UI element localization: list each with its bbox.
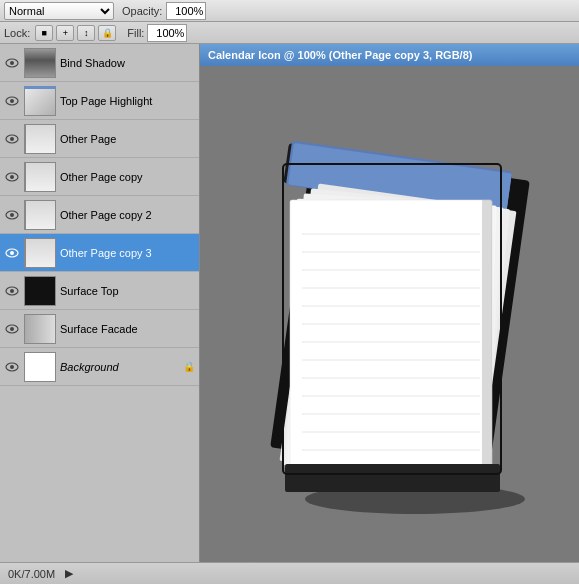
status-arrow[interactable]: ▶ <box>63 568 75 580</box>
svg-rect-27 <box>290 200 492 472</box>
fill-label: Fill: <box>127 27 144 39</box>
layer-item-surface-facade[interactable]: Surface Facade <box>0 310 199 348</box>
layer-item-other-page-copy[interactable]: Other Page copy <box>0 158 199 196</box>
layer-thumb-surface-facade <box>24 314 56 344</box>
layer-item-other-page-copy-3[interactable]: Other Page copy 3 <box>0 234 199 272</box>
layer-name-bind-shadow: Bind Shadow <box>60 57 195 69</box>
layer-thumb-surface-top <box>24 276 56 306</box>
lock-label: Lock: <box>4 27 30 39</box>
visibility-icon-top-page-highlight[interactable] <box>4 93 20 109</box>
canvas-content[interactable] <box>200 66 579 562</box>
svg-point-17 <box>10 365 14 369</box>
svg-point-1 <box>10 61 14 65</box>
svg-point-11 <box>10 251 14 255</box>
lock-position-button[interactable]: + <box>56 25 74 41</box>
layer-name-surface-top: Surface Top <box>60 285 195 297</box>
layer-item-other-page-copy-2[interactable]: Other Page copy 2 <box>0 196 199 234</box>
opacity-input[interactable] <box>166 2 206 20</box>
layer-name-other-page-copy-2: Other Page copy 2 <box>60 209 195 221</box>
layers-panel: Bind ShadowTop Page HighlightOther PageO… <box>0 44 200 562</box>
visibility-icon-other-page-copy[interactable] <box>4 169 20 185</box>
svg-rect-41 <box>482 200 492 472</box>
layer-thumb-other-page <box>24 124 56 154</box>
layer-item-other-page[interactable]: Other Page <box>0 120 199 158</box>
visibility-icon-other-page-copy-2[interactable] <box>4 207 20 223</box>
canvas-illustration <box>230 104 550 524</box>
canvas-title-bar: Calendar Icon @ 100% (Other Page copy 3,… <box>200 44 579 66</box>
lock-icon-background: 🔒 <box>183 361 195 372</box>
top-toolbar: Normal Opacity: <box>0 0 579 22</box>
opacity-label: Opacity: <box>122 5 162 17</box>
visibility-icon-surface-top[interactable] <box>4 283 20 299</box>
svg-rect-46 <box>285 464 500 492</box>
visibility-icon-bind-shadow[interactable] <box>4 55 20 71</box>
lock-pixels-button[interactable]: ■ <box>35 25 53 41</box>
layer-name-surface-facade: Surface Facade <box>60 323 195 335</box>
svg-point-5 <box>10 137 14 141</box>
layer-thumb-top-page-highlight <box>24 86 56 116</box>
lock-move-button[interactable]: ↕ <box>77 25 95 41</box>
layer-name-other-page-copy-3: Other Page copy 3 <box>60 247 195 259</box>
layer-name-other-page-copy: Other Page copy <box>60 171 195 183</box>
layer-thumb-other-page-copy-3 <box>24 238 56 268</box>
canvas-title: Calendar Icon @ 100% (Other Page copy 3,… <box>208 49 472 61</box>
svg-point-7 <box>10 175 14 179</box>
layer-item-bind-shadow[interactable]: Bind Shadow <box>0 44 199 82</box>
doc-size: 0K/7.00M <box>8 568 55 580</box>
layer-thumb-bind-shadow <box>24 48 56 78</box>
svg-point-9 <box>10 213 14 217</box>
layer-item-background[interactable]: Background🔒 <box>0 348 199 386</box>
visibility-icon-background[interactable] <box>4 359 20 375</box>
svg-point-13 <box>10 289 14 293</box>
canvas-area: Calendar Icon @ 100% (Other Page copy 3,… <box>200 44 579 562</box>
layer-thumb-other-page-copy-2 <box>24 200 56 230</box>
visibility-icon-other-page-copy-3[interactable] <box>4 245 20 261</box>
fill-input[interactable] <box>147 24 187 42</box>
layer-name-background: Background <box>60 361 177 373</box>
layer-item-top-page-highlight[interactable]: Top Page Highlight <box>0 82 199 120</box>
svg-point-15 <box>10 327 14 331</box>
status-bar: 0K/7.00M ▶ <box>0 562 579 584</box>
layer-thumb-other-page-copy <box>24 162 56 192</box>
layer-thumb-background <box>24 352 56 382</box>
layers-list: Bind ShadowTop Page HighlightOther PageO… <box>0 44 199 386</box>
svg-point-3 <box>10 99 14 103</box>
layer-name-top-page-highlight: Top Page Highlight <box>60 95 195 107</box>
main-area: Bind ShadowTop Page HighlightOther PageO… <box>0 44 579 562</box>
layer-item-surface-top[interactable]: Surface Top <box>0 272 199 310</box>
visibility-icon-other-page[interactable] <box>4 131 20 147</box>
visibility-icon-surface-facade[interactable] <box>4 321 20 337</box>
layer-name-other-page: Other Page <box>60 133 195 145</box>
lock-all-button[interactable]: 🔒 <box>98 25 116 41</box>
blend-mode-select[interactable]: Normal <box>4 2 114 20</box>
lock-toolbar: Lock: ■ + ↕ 🔒 Fill: <box>0 22 579 44</box>
